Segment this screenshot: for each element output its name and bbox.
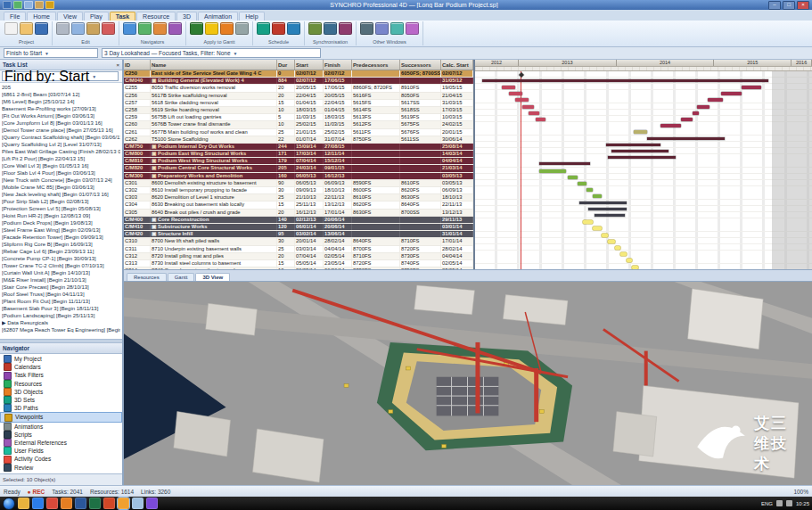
column-header[interactable]: ID	[124, 60, 151, 70]
task-navigator-icon[interactable]	[123, 22, 136, 35]
notepad-icon[interactable]	[132, 498, 144, 509]
gantt-bar[interactable]	[660, 124, 681, 128]
task-row[interactable]: C/M820▣ Podium Central Core Structural W…	[124, 165, 473, 172]
task-row[interactable]: C3118710 Underpin existing basement wall…	[124, 246, 473, 253]
navigator-item[interactable]: Calendars	[0, 363, 122, 371]
firefox-icon[interactable]	[61, 498, 72, 509]
minimize-button[interactable]: –	[768, 1, 781, 10]
tree-item[interactable]: [Podium Deck Props] [Begin 19/08/13]	[2, 219, 120, 226]
gantt-bar[interactable]	[634, 130, 647, 134]
tree-item[interactable]: ▶ Data Resurgicals	[2, 319, 120, 326]
filter-combobox[interactable]: 3 Day Lookahead — Focused Tasks, Filter:…	[102, 48, 321, 58]
sync-from-icon[interactable]	[308, 22, 322, 35]
3d-viewport[interactable]: 艾三维技术	[124, 282, 812, 485]
viewpoint-navigator-icon[interactable]	[168, 22, 182, 35]
task-row[interactable]: C2575618 Strike cladding removal1501/04/…	[124, 100, 473, 107]
task-row[interactable]: C2558050 Traffic diversion works removal…	[124, 85, 473, 92]
column-header[interactable]: Dur	[277, 60, 295, 70]
task-row[interactable]: C3028610 Install temporary propping to f…	[124, 187, 473, 194]
gantt-bar[interactable]	[588, 208, 627, 210]
task-row[interactable]: C2595675B Lift out loading gantries511/0…	[124, 114, 473, 121]
tree-item[interactable]: [Quarry Contract Scaffolding shaft] [Beg…	[2, 134, 120, 141]
tree-item[interactable]: [Tower Crane TC-2 Climb] [Begin 07/10/13…	[2, 262, 120, 269]
task-row[interactable]: C/M400▣ Core Reconstruction14002/12/1320…	[124, 217, 473, 224]
tree-item[interactable]: [M&E Riser Install] [Begin 21/10/13]	[2, 276, 120, 284]
gantt-bar[interactable]	[627, 259, 632, 262]
gantt-bar[interactable]	[708, 98, 723, 102]
highlight-icon[interactable]	[220, 22, 234, 35]
column-header[interactable]: Finish	[324, 60, 352, 70]
tree-item[interactable]: [Rebar Cage Lvl 6] [Begin 23/09/13 11]	[2, 248, 120, 255]
tree-item[interactable]: Piles East Wall Grillage Casting [Finish…	[2, 148, 120, 155]
navigator-item[interactable]: User Fields	[0, 447, 122, 455]
clock[interactable]: 10:25	[796, 501, 809, 506]
focus-icon[interactable]	[190, 22, 203, 35]
start-button[interactable]	[3, 498, 15, 510]
navigator-item[interactable]: 3D Paths	[0, 404, 122, 412]
tree-item[interactable]: [Basement Slab Pour 3] [Begin 18/11/13]	[2, 305, 120, 312]
tree-item[interactable]: [Pour Strip Slab L2] [Begin 02/08/13]	[2, 198, 120, 205]
gantt-bar[interactable]	[693, 111, 700, 115]
gantt-bar[interactable]	[681, 118, 693, 121]
gantt-bar[interactable]	[502, 86, 515, 89]
tree-item[interactable]: [Steel Frame East Wing] [Begin 02/09/13]	[2, 226, 120, 234]
filter-icon[interactable]	[205, 22, 218, 35]
tree-item[interactable]: [Quarry Scaffolding Lvl 2] [Level 31/07/…	[2, 141, 120, 148]
ribbon-tab-file[interactable]: File	[4, 12, 26, 21]
tree-filter-combobox[interactable]: Find by: Start ▼	[2, 71, 119, 81]
column-header[interactable]: Name	[151, 60, 277, 70]
tree-item[interactable]: [62807 Mega Reach Tower Eq Engineering] …	[2, 326, 120, 333]
tree-item[interactable]: [Curtain Wall Unit A] [Begin 14/10/13]	[2, 269, 120, 276]
navigator-item[interactable]: Task Filters	[0, 371, 122, 379]
excel-icon[interactable]	[89, 498, 101, 509]
pane-tab-gantt[interactable]: Gantt	[168, 273, 195, 281]
gantt-bar[interactable]	[647, 137, 725, 140]
task-row[interactable]: C3018600 Demolish existing structure to …	[124, 180, 473, 187]
tree-item[interactable]: Basement Re-Profiling works [27/09/13]	[2, 105, 120, 112]
pane-tab-3d-view[interactable]: 3D View	[195, 273, 230, 281]
gantt-bar[interactable]	[482, 79, 768, 82]
task-row[interactable]: C262T5100 Stone Scaffolding2201/07/1431/…	[124, 136, 473, 144]
gantt-bar[interactable]	[721, 92, 742, 95]
link-tasks-icon[interactable]	[257, 22, 270, 35]
column-header[interactable]: Predecessors	[352, 60, 400, 70]
navigator-item[interactable]: 3D Sets	[0, 396, 122, 404]
gantt-bar[interactable]	[608, 156, 676, 159]
gantt-bar[interactable]	[697, 105, 709, 109]
task-row[interactable]: C/M800▣ Podium East Wing Structural Work…	[124, 151, 473, 158]
new-project-icon[interactable]	[4, 22, 18, 35]
ribbon-tab-play[interactable]: Play	[84, 12, 109, 21]
task-row[interactable]: C3128720 Install piling mat and piles200…	[124, 253, 473, 260]
ribbon-tab-task[interactable]: Task	[110, 12, 135, 21]
column-header[interactable]: Successors	[400, 60, 441, 70]
paste-icon[interactable]	[86, 22, 100, 35]
tree-item[interactable]: [Roof Steel Truss] [Begin 04/11/13]	[2, 291, 120, 298]
redo-icon[interactable]	[24, 1, 33, 9]
close-button[interactable]: ×	[797, 1, 809, 10]
delete-icon[interactable]	[102, 22, 115, 35]
tree-item[interactable]: [Protection Screen Lvl 5] [Begin 05/08/1…	[2, 205, 120, 212]
3d-window-icon[interactable]	[375, 22, 389, 35]
volume-icon[interactable]	[786, 500, 792, 506]
task-row[interactable]: C3148740 Crane base strengthening works1…	[124, 267, 473, 269]
gantt-bar[interactable]	[522, 105, 534, 109]
gantt-bar[interactable]	[536, 118, 545, 121]
navigator-item[interactable]: My Project	[0, 355, 122, 363]
internet-explorer-icon[interactable]	[32, 498, 44, 509]
navigator-item[interactable]: Animations	[0, 423, 122, 431]
navigator-item[interactable]: Review	[0, 464, 122, 472]
navigator-item[interactable]: Resources	[0, 380, 122, 388]
save-project-icon[interactable]	[35, 22, 48, 35]
gantt-bar[interactable]	[586, 188, 594, 192]
network-icon[interactable]	[776, 500, 783, 506]
resource-navigator-icon[interactable]	[138, 22, 152, 35]
tree-item[interactable]: [Podium Landscaping] [Begin 25/11/13]	[2, 312, 120, 319]
task-row[interactable]: C3048630 Breaking out basement slab loca…	[124, 202, 473, 209]
gantt-bar[interactable]	[519, 72, 524, 78]
gantt-bar[interactable]	[608, 240, 615, 243]
column-header[interactable]: Start	[295, 60, 324, 70]
tree-item[interactable]: [Facade Retention Tower] [Begin 09/09/13…	[2, 234, 120, 241]
undo-icon[interactable]	[13, 1, 22, 9]
reschedule-icon[interactable]	[287, 22, 300, 35]
gantt-bar[interactable]	[632, 266, 639, 269]
